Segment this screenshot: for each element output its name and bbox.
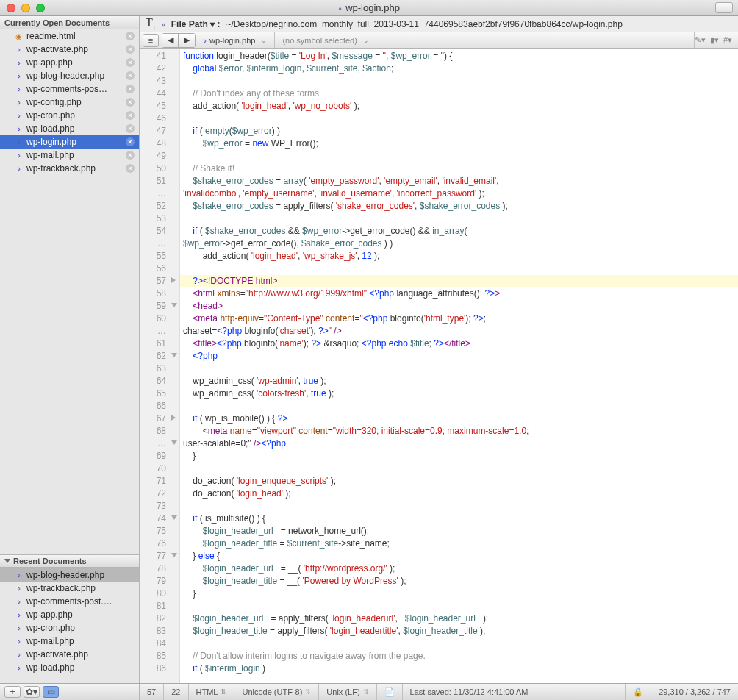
code-line[interactable]: add_action( 'login_head', 'wp_no_robots'… (180, 100, 738, 113)
code-line[interactable]: $login_header_title = $current_site->sit… (180, 538, 738, 550)
code-line[interactable]: global $error, $interim_login, $current_… (180, 63, 738, 75)
code-content[interactable]: function login_header($title = 'Log In',… (180, 49, 738, 683)
line-number[interactable]: 70 (140, 463, 179, 475)
code-line[interactable] (180, 113, 738, 125)
file-item[interactable]: ⬨wp-cron.php× (0, 109, 139, 122)
line-number[interactable]: 54 (140, 225, 179, 238)
code-line[interactable]: 'invalidcombo', 'empty_username', 'inval… (180, 188, 738, 200)
file-item[interactable]: ⬨wp-trackback.php (0, 582, 139, 595)
line-number[interactable]: 78 (140, 562, 179, 575)
file-item[interactable]: ⬨wp-comments-pos…× (0, 82, 139, 96)
file-item[interactable]: ⬨wp-app.php (0, 608, 139, 621)
file-item[interactable]: ⬨wp-mail.php× (0, 149, 139, 162)
code-line[interactable]: $wp_error->get_error_code(), $shake_erro… (180, 238, 738, 250)
line-number[interactable]: 52 (140, 200, 179, 213)
line-number[interactable]: 43 (140, 75, 179, 88)
code-line[interactable]: // Don't index any of these forms (180, 88, 738, 100)
code-line[interactable]: // Don't allow interim logins to navigat… (180, 650, 738, 662)
disclosure-triangle-icon[interactable] (4, 559, 10, 563)
code-line[interactable]: } else { (180, 550, 738, 562)
code-line[interactable] (180, 150, 738, 162)
line-number[interactable]: 73 (140, 500, 179, 512)
file-item[interactable]: ⬨wp-comments-post.… (0, 595, 139, 608)
line-number[interactable]: … (140, 238, 179, 250)
code-line[interactable]: <html xmlns="http://www.w3.org/1999/xhtm… (180, 288, 738, 300)
code-editor[interactable]: 4142434445464748495051…525354…5556575859… (140, 49, 738, 683)
line-number[interactable]: … (140, 325, 179, 338)
line-number[interactable]: 76 (140, 538, 179, 550)
close-file-button[interactable]: × (126, 111, 135, 120)
file-item[interactable]: ⬨wp-load.php (0, 661, 139, 674)
line-number[interactable]: 74 (140, 512, 179, 525)
file-item[interactable]: ⬨wp-cron.php (0, 621, 139, 635)
line-number[interactable]: 64 (140, 375, 179, 388)
close-file-button[interactable]: × (126, 71, 135, 80)
code-line[interactable]: $login_header_url = apply_filters( 'logi… (180, 612, 738, 625)
line-number[interactable]: 49 (140, 150, 179, 162)
line-number-gutter[interactable]: 4142434445464748495051…525354…5556575859… (140, 49, 180, 683)
line-number[interactable]: 69 (140, 450, 179, 463)
code-line[interactable]: if ( is_multisite() ) { (180, 512, 738, 525)
line-number[interactable]: 75 (140, 525, 179, 538)
line-number[interactable]: 65 (140, 388, 179, 400)
line-number[interactable]: 86 (140, 662, 179, 675)
line-number[interactable]: 48 (140, 138, 179, 150)
line-number[interactable]: 83 (140, 625, 179, 638)
close-file-button[interactable]: × (126, 98, 135, 107)
file-item[interactable]: ⬨wp-app.php× (0, 56, 139, 69)
code-line[interactable]: ?><!DOCTYPE html> (180, 275, 738, 288)
document-state-icon[interactable]: 📄 (377, 684, 403, 700)
path-label[interactable]: File Path ▾ : (171, 19, 221, 29)
code-line[interactable]: $shake_error_codes = array( 'empty_passw… (180, 175, 738, 188)
open-documents-header[interactable]: Currently Open Documents (0, 16, 139, 29)
line-number[interactable]: 80 (140, 588, 179, 600)
code-line[interactable]: if ( wp_is_mobile() ) { ?> (180, 413, 738, 425)
line-number[interactable]: 56 (140, 262, 179, 275)
code-line[interactable]: } (180, 450, 738, 463)
code-line[interactable]: $login_header_title = __( 'Powered by Wo… (180, 575, 738, 588)
nav-menu-button[interactable]: ≡ (143, 34, 159, 47)
line-number[interactable]: 51 (140, 175, 179, 188)
view-mode-button[interactable]: ▭ (43, 686, 59, 698)
code-line[interactable]: <head> (180, 300, 738, 312)
code-line[interactable]: $login_header_url = __( 'http://wordpres… (180, 562, 738, 575)
counter-tool-icon[interactable]: #▾ (723, 35, 732, 45)
code-line[interactable] (180, 463, 738, 475)
line-number[interactable]: 45 (140, 100, 179, 113)
line-indicator[interactable]: 57 (140, 684, 164, 700)
line-number[interactable]: 81 (140, 600, 179, 612)
close-file-button[interactable]: × (126, 138, 135, 146)
code-line[interactable]: wp_admin_css( 'wp-admin', true ); (180, 375, 738, 388)
close-file-button[interactable]: × (126, 45, 135, 54)
code-line[interactable]: $shake_error_codes = apply_filters( 'sha… (180, 200, 738, 213)
symbol-crumb[interactable]: (no symbol selected)⌄ (275, 32, 695, 48)
code-line[interactable]: <?php (180, 350, 738, 362)
line-number[interactable]: 62 (140, 350, 179, 362)
edit-tool-icon[interactable]: ✎▾ (695, 35, 706, 45)
code-line[interactable]: do_action( 'login_enqueue_scripts' ); (180, 475, 738, 488)
code-line[interactable]: <meta name="viewport" content="width=320… (180, 425, 738, 438)
line-number[interactable]: 66 (140, 400, 179, 413)
line-number[interactable]: 42 (140, 63, 179, 75)
line-number[interactable]: 41 (140, 50, 179, 63)
line-number[interactable]: … (140, 188, 179, 200)
line-number[interactable]: 46 (140, 113, 179, 125)
line-number[interactable]: 47 (140, 125, 179, 138)
document-lock-icon[interactable]: 🔒 (626, 684, 651, 700)
line-number[interactable]: 72 (140, 488, 179, 500)
line-number[interactable]: 60 (140, 312, 179, 325)
line-number[interactable]: 44 (140, 88, 179, 100)
file-item[interactable]: ⬨wp-blog-header.php× (0, 69, 139, 82)
zoom-window-button[interactable] (36, 4, 45, 12)
file-item[interactable]: ⬨wp-trackback.php× (0, 162, 139, 175)
code-line[interactable] (180, 638, 738, 650)
code-line[interactable]: <title><?php bloginfo('name'); ?> &rsaqu… (180, 338, 738, 350)
sidebar-tool-icon[interactable]: ▮▾ (710, 35, 719, 45)
code-line[interactable] (180, 213, 738, 225)
close-file-button[interactable]: × (126, 85, 135, 93)
code-line[interactable]: // Shake it! (180, 162, 738, 175)
action-menu-button[interactable]: ✿▾ (24, 686, 40, 698)
line-number[interactable]: 71 (140, 475, 179, 488)
add-button[interactable]: + (4, 686, 21, 698)
close-window-button[interactable] (7, 4, 15, 12)
